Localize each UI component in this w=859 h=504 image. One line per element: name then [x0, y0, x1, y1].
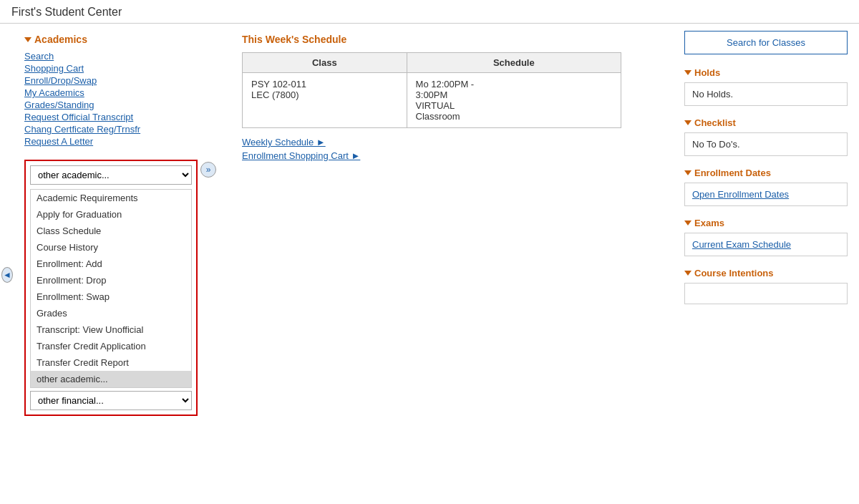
financial-dropdown[interactable]: other financial... [30, 391, 192, 410]
dropdown-list: Academic Requirements Apply for Graduati… [30, 189, 192, 388]
list-item[interactable]: Academic Requirements [31, 190, 191, 206]
triangle-down-icon [684, 70, 691, 75]
enrollment-dates-title: Enrollment Dates [684, 168, 848, 178]
search-classes-button[interactable]: Search for Classes [684, 31, 848, 54]
schedule-column-header: Schedule [407, 53, 621, 73]
enrollment-cart-link[interactable]: Enrollment Shopping Cart ► [242, 150, 659, 161]
weekly-schedule-link[interactable]: Weekly Schedule ► [242, 137, 659, 147]
request-letter-link[interactable]: Request A Letter [24, 136, 216, 147]
class-column-header: Class [243, 53, 407, 73]
list-item[interactable]: Transfer Credit Application [31, 338, 191, 354]
list-item[interactable]: Enrollment: Add [31, 256, 191, 272]
right-sidebar: Search for Classes Holds No Holds. Check… [673, 24, 859, 503]
holds-section-title: Holds [684, 67, 848, 78]
list-item[interactable]: Grades [31, 305, 191, 321]
left-nav-arrow-btn[interactable]: ◄ [1, 267, 13, 283]
table-row: PSY 102-011LEC (7800) Mo 12:00PM -3:00PM… [243, 73, 621, 128]
schedule-links: Weekly Schedule ► Enrollment Shopping Ca… [242, 137, 659, 161]
academics-section-title: Academics [24, 34, 216, 45]
left-sidebar: Academics Search Shopping Cart Enroll/Dr… [13, 24, 228, 503]
list-item[interactable]: Enrollment: Swap [31, 289, 191, 305]
academic-dropdown-container: other academic... Academic Requirements … [24, 160, 198, 416]
holds-section: Holds No Holds. [684, 67, 848, 106]
course-intentions-section: Course Intentions [684, 268, 848, 304]
request-transcript-link[interactable]: Request Official Transcript [24, 112, 216, 122]
schedule-cell: Mo 12:00PM -3:00PMVIRTUALClassroom [407, 73, 621, 128]
list-item[interactable]: Course History [31, 239, 191, 256]
search-link[interactable]: Search [24, 51, 216, 62]
class-cell: PSY 102-011LEC (7800) [243, 73, 407, 128]
exams-section: Exams Current Exam Schedule [684, 218, 848, 256]
list-item highlighted[interactable]: other academic... [31, 371, 191, 387]
academics-nav-links: Search Shopping Cart Enroll/Drop/Swap My… [24, 51, 216, 147]
change-certificate-link[interactable]: Chang Certficate Reg/Trnsfr [24, 124, 216, 135]
schedule-title: This Week's Schedule [242, 34, 659, 45]
dropdown-arrow-btn[interactable]: » [200, 162, 216, 178]
academic-dropdown[interactable]: other academic... Academic Requirements … [30, 165, 192, 185]
triangle-down-icon [24, 37, 31, 42]
list-item[interactable]: Enrollment: Drop [31, 272, 191, 289]
page-header: First's Student Center [0, 0, 859, 24]
triangle-down-icon [684, 271, 691, 276]
center-content: This Week's Schedule Class Schedule PSY … [228, 24, 673, 503]
enrollment-dates-section: Enrollment Dates Open Enrollment Dates [684, 168, 848, 206]
triangle-down-icon [684, 120, 691, 125]
checklist-section-title: Checklist [684, 117, 848, 128]
shopping-cart-link[interactable]: Shopping Cart [24, 63, 216, 74]
triangle-down-icon [684, 170, 691, 175]
checklist-section: Checklist No To Do's. [684, 117, 848, 156]
page-title: First's Student Center [11, 6, 848, 19]
my-academics-link[interactable]: My Academics [24, 87, 216, 98]
holds-content: No Holds. [684, 82, 848, 106]
current-exam-schedule-link[interactable]: Current Exam Schedule [684, 233, 848, 256]
list-item[interactable]: Apply for Graduation [31, 206, 191, 223]
open-enrollment-dates-link[interactable]: Open Enrollment Dates [684, 183, 848, 206]
course-intentions-title: Course Intentions [684, 268, 848, 278]
list-item[interactable]: Transfer Credit Report [31, 354, 191, 371]
checklist-content: No To Do's. [684, 132, 848, 156]
dropdown-row: other academic... Academic Requirements … [24, 160, 216, 416]
list-item[interactable]: Transcript: View Unofficial [31, 321, 191, 338]
exams-section-title: Exams [684, 218, 848, 228]
list-item[interactable]: Class Schedule [31, 223, 191, 239]
course-intentions-content [684, 283, 848, 304]
schedule-table: Class Schedule PSY 102-011LEC (7800) Mo … [242, 52, 621, 128]
grades-standing-link[interactable]: Grades/Standing [24, 100, 216, 110]
enroll-drop-swap-link[interactable]: Enroll/Drop/Swap [24, 75, 216, 86]
triangle-down-icon [684, 220, 691, 226]
